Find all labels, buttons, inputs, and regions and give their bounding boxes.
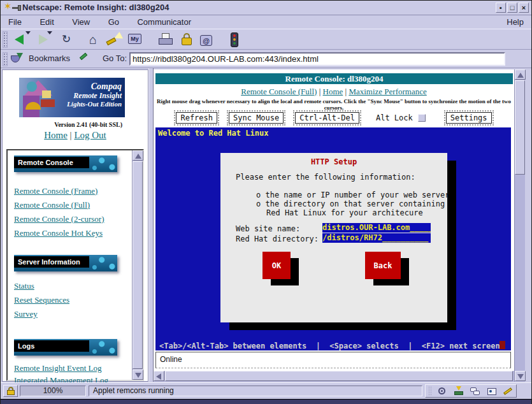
location-grip[interactable] (3, 52, 8, 66)
status-message: Applet remcons running (89, 386, 422, 396)
refresh-button[interactable]: Refresh (176, 112, 217, 124)
menu-view[interactable]: View (64, 16, 97, 27)
alt-lock-checkbox[interactable] (418, 114, 426, 122)
sidebar-link-remote-insight-event-log[interactable]: Remote Insight Event Log (14, 363, 102, 373)
menu-bar: File Edit View Go Communicator Help (1, 16, 531, 29)
frame-divider[interactable] (148, 68, 154, 382)
page-proxy-icon[interactable] (78, 54, 90, 64)
menu-edit[interactable]: Edit (32, 16, 61, 27)
web-site-name-field[interactable]: distros.OUR-LAB.com_____ (322, 223, 431, 233)
navigator-icon[interactable] (436, 386, 449, 396)
scroll-left-icon[interactable] (154, 371, 164, 381)
sidebar-link-remote-console-frame[interactable]: Remote Console (Frame) (14, 186, 97, 196)
sidebar-scrollbar[interactable] (132, 150, 143, 380)
vertical-scrollbar-thumb[interactable] (515, 80, 525, 175)
back-icon[interactable] (12, 31, 31, 48)
menu-help[interactable]: Help (507, 17, 524, 27)
close-button[interactable]: × (519, 3, 529, 13)
scroll-up-icon[interactable] (133, 150, 143, 161)
reload-icon[interactable]: ↻ (57, 31, 76, 48)
menu-file[interactable]: File (1, 16, 29, 27)
sync-mouse-note: Right mouse drag whenever necessary to a… (154, 98, 514, 111)
logout-link[interactable]: Log Out (74, 130, 106, 140)
url-input[interactable] (129, 52, 505, 66)
applet-status-text: Online (160, 355, 182, 364)
page-title: Remote Console: dl380g204 (155, 73, 513, 84)
status-bar: 100% Applet remcons running (1, 382, 531, 399)
window-title: Netscape: Remote Insight: dl380g204 (22, 1, 169, 15)
window-resize-border[interactable] (1, 399, 531, 404)
stop-icon[interactable] (225, 31, 244, 48)
text-cursor (500, 341, 505, 349)
logo-edition: Lights-Out Edition (67, 100, 122, 108)
forward-icon[interactable] (34, 31, 53, 48)
back-dropdown-caret (25, 31, 31, 34)
sidebar-link-survey[interactable]: Survey (14, 309, 38, 319)
dialog-bullet-1: o the name or IP number of your web serv… (256, 191, 449, 199)
security-lock-icon[interactable] (178, 31, 197, 48)
home-icon[interactable]: ⌂ (83, 31, 103, 48)
version-label: Version 2.41 (40-bit SSL) (54, 121, 122, 128)
link-home[interactable]: Home (323, 87, 343, 96)
console-toolbar: Refresh Sync Mouse Ctrl-Alt-Del Alt Lock… (154, 110, 514, 126)
sidebar-frame: Compaq Remote Insight Lights-Out Edition… (2, 69, 148, 382)
settings-button[interactable]: Settings (446, 112, 492, 124)
back-button[interactable]: Back (365, 252, 401, 279)
tui-help-line: <Tab>/<Alt-Tab> between elements | <Spac… (159, 342, 500, 350)
menu-communicator[interactable]: Communicator (129, 16, 199, 27)
horizontal-scrollbar-thumb[interactable] (165, 371, 513, 381)
sidebar-nav-box: Remote Console Remote Console (Frame) Re… (6, 149, 144, 381)
bookmarks-label[interactable]: Bookmarks (29, 54, 70, 63)
component-bar-grip[interactable] (428, 386, 432, 396)
compaq-logo: Compaq Remote Insight Lights-Out Edition (19, 78, 125, 117)
sidebar-link-status[interactable]: Status (14, 281, 34, 291)
location-bar: Bookmarks Go To: (1, 50, 531, 68)
logo-brand: Compaq (67, 82, 122, 91)
link-maximize-performance[interactable]: Maximize Performance (349, 87, 426, 96)
print-icon[interactable] (157, 31, 176, 48)
toolbar-grip[interactable] (3, 31, 8, 48)
search-icon[interactable] (104, 31, 124, 48)
home-link[interactable]: Home (44, 130, 68, 140)
remote-console-frame: Remote Console: dl380g204 Remote Console… (154, 69, 514, 382)
sidebar-link-reset-sequences[interactable]: Reset Sequences (14, 295, 69, 305)
console-links: Remote Console (Full) | Home | Maximize … (154, 87, 514, 97)
title-bar: ✶ Netscape: Remote Insight: dl380g204 ▪ … (1, 1, 531, 15)
section-header-server-information: Server Information (14, 255, 117, 271)
redhat-directory-field[interactable]: /distros/RH72__________ (322, 233, 431, 243)
scroll-up-icon[interactable] (515, 69, 526, 80)
scroll-down-icon[interactable] (515, 371, 526, 381)
shop-icon[interactable]: @ (197, 31, 216, 48)
scrollbar-thumb[interactable] (133, 161, 143, 369)
ctrl-alt-del-button[interactable]: Ctrl-Alt-Del (295, 112, 359, 124)
sync-mouse-button[interactable]: Sync Mouse (229, 112, 284, 124)
console-welcome-text: Welcome to Red Hat Linux (158, 129, 268, 138)
section-header-remote-console: Remote Console (14, 155, 117, 172)
logo-art-icon (19, 78, 59, 117)
horizontal-scrollbar[interactable] (154, 371, 514, 382)
section-title: Logs (14, 340, 89, 352)
mailbox-icon[interactable] (452, 386, 465, 396)
security-status-lock-icon[interactable] (3, 385, 18, 397)
composer-icon[interactable] (502, 386, 515, 396)
redhat-directory-label: Red Hat directory: (236, 234, 319, 243)
vertical-scrollbar[interactable] (514, 69, 525, 382)
discussions-icon[interactable] (469, 386, 482, 396)
dialog-prompt: Please enter the following information: (236, 173, 415, 182)
sidebar-link-remote-console-hotkeys[interactable]: Remote Console Hot Keys (14, 228, 103, 238)
maximize-button[interactable]: □ (507, 3, 517, 13)
bookmarks-quickfile-icon[interactable] (11, 53, 25, 64)
menu-go[interactable]: Go (101, 16, 127, 27)
sidebar-link-remote-console-2cursor[interactable]: Remote Console (2-cursor) (14, 214, 104, 224)
applet-status-box: Online (155, 352, 511, 368)
address-book-icon[interactable] (485, 386, 498, 396)
remote-console-screen[interactable]: Welcome to Red Hat Linux HTTP Setup Plea… (155, 127, 511, 350)
section-title: Server Information (14, 256, 89, 268)
scroll-down-icon[interactable] (133, 370, 143, 380)
link-remote-console-full[interactable]: Remote Console (Full) (241, 87, 317, 96)
my-netscape-icon[interactable]: My (126, 31, 145, 48)
minimize-button[interactable]: ▪ (496, 3, 506, 13)
sidebar-link-remote-console-full[interactable]: Remote Console (Full) (14, 200, 90, 210)
section-header-logs: Logs (14, 339, 117, 356)
ok-button[interactable]: OK (262, 252, 291, 279)
